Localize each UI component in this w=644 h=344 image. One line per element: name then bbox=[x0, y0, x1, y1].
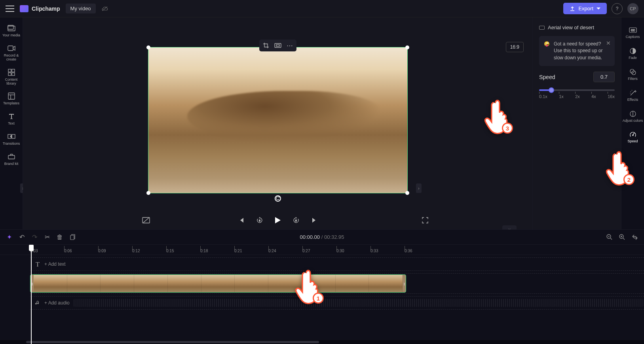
text-icon bbox=[35, 261, 40, 267]
svg-rect-13 bbox=[8, 155, 15, 159]
speed-slider[interactable] bbox=[539, 89, 615, 91]
templates-icon bbox=[7, 92, 16, 100]
svg-text:5: 5 bbox=[259, 219, 260, 222]
duplicate-button[interactable] bbox=[69, 234, 76, 241]
svg-line-29 bbox=[610, 238, 612, 240]
rail-item-effects[interactable]: Effects bbox=[621, 85, 644, 106]
rail-item-label: Effects bbox=[627, 98, 638, 102]
undo-button[interactable]: ↶ bbox=[18, 234, 25, 241]
timeline-scrollbar[interactable] bbox=[0, 340, 644, 344]
app-name: Clipchamp bbox=[32, 6, 60, 12]
video-track[interactable]: || || bbox=[30, 273, 644, 294]
rail-item-filters[interactable]: Filters bbox=[621, 64, 644, 85]
rail-item-fade[interactable]: Fade bbox=[621, 43, 644, 64]
sidebar-item-label: Content library bbox=[1, 78, 22, 86]
svg-rect-4 bbox=[8, 69, 11, 72]
rail-item-adjust-colors[interactable]: Adjust colors bbox=[621, 106, 644, 127]
ruler-mark: 0:09 bbox=[98, 245, 132, 255]
audio-track-add[interactable]: + Add audio bbox=[30, 296, 644, 310]
ai-button[interactable]: ✦ bbox=[6, 234, 13, 241]
skip-forward-button[interactable] bbox=[310, 216, 319, 225]
resize-handle-br[interactable] bbox=[405, 191, 409, 195]
sidebar-item-brand-kit[interactable]: Brand kit bbox=[0, 149, 23, 169]
redo-button[interactable]: ↷ bbox=[31, 234, 38, 241]
text-track-add[interactable]: + Add text bbox=[30, 257, 644, 271]
fullscreen-button[interactable] bbox=[421, 216, 429, 225]
speed-icon bbox=[629, 130, 637, 138]
current-time: 00:00.00 bbox=[300, 234, 320, 240]
speed-value-input[interactable] bbox=[593, 72, 615, 82]
close-tip-button[interactable]: ✕ bbox=[606, 39, 611, 47]
video-clip[interactable]: || || bbox=[30, 274, 406, 293]
video-title-input[interactable]: My video bbox=[66, 4, 96, 13]
resize-handle-tl[interactable] bbox=[146, 45, 150, 49]
sidebar-item-transitions[interactable]: Transitions bbox=[0, 129, 23, 149]
sidebar-item-label: Record & create bbox=[1, 54, 22, 62]
clip-name-label: Aerial view of desert bbox=[548, 25, 594, 30]
zoom-out-button[interactable] bbox=[606, 234, 613, 241]
more-button[interactable]: ⋯ bbox=[284, 40, 296, 51]
zoom-in-button[interactable] bbox=[619, 234, 626, 241]
tick-label: 16x bbox=[608, 94, 615, 99]
rewind-button[interactable]: 5 bbox=[255, 216, 264, 225]
crop-button[interactable] bbox=[260, 40, 272, 51]
app-logo: Clipchamp bbox=[20, 5, 60, 12]
rail-item-label: Adjust colors bbox=[623, 119, 643, 123]
export-label: Export bbox=[578, 6, 593, 11]
split-button[interactable]: ✂ bbox=[44, 234, 51, 241]
sidebar-item-text[interactable]: Text bbox=[0, 109, 23, 129]
rotate-handle[interactable] bbox=[275, 195, 281, 202]
zoom-fit-button[interactable] bbox=[631, 234, 638, 241]
ruler-mark: 0:06 bbox=[64, 245, 98, 255]
playhead[interactable] bbox=[29, 245, 34, 251]
canvas-toolbar: ⋯ bbox=[259, 40, 296, 51]
tick-label: 4x bbox=[591, 94, 596, 99]
clip-trim-right[interactable]: || bbox=[403, 275, 406, 292]
svg-rect-8 bbox=[8, 93, 15, 99]
effects-icon bbox=[629, 89, 637, 97]
timeline-ruler[interactable]: 0 0:030:060:090:120:150:180:210:240:270:… bbox=[0, 245, 644, 255]
skip-back-button[interactable] bbox=[237, 216, 246, 225]
sidebar-item-your-media[interactable]: Your media bbox=[0, 21, 23, 41]
sidebar-item-content-library[interactable]: Content library bbox=[0, 65, 23, 89]
ruler-mark: 0:27 bbox=[302, 245, 336, 255]
svg-rect-6 bbox=[8, 73, 11, 76]
sidebar-item-record[interactable]: Record & create bbox=[0, 41, 23, 65]
slider-thumb[interactable] bbox=[549, 87, 554, 93]
filters-icon bbox=[629, 68, 637, 76]
rail-item-label: Fade bbox=[629, 56, 637, 60]
hide-preview-button[interactable] bbox=[142, 216, 150, 225]
user-avatar[interactable]: CP bbox=[627, 3, 638, 14]
svg-rect-27 bbox=[70, 235, 74, 240]
ruler-mark: 0:15 bbox=[166, 245, 200, 255]
rail-item-captions[interactable]: CC Captions bbox=[621, 22, 644, 43]
panel-collapse-toggle[interactable]: › bbox=[416, 183, 422, 193]
rail-item-label: Filters bbox=[628, 77, 638, 81]
clip-icon bbox=[539, 26, 545, 30]
export-button[interactable]: Export bbox=[563, 3, 607, 14]
scrollbar-thumb[interactable] bbox=[26, 341, 319, 343]
transitions-icon bbox=[7, 132, 16, 141]
resize-handle-bl[interactable] bbox=[146, 191, 150, 195]
svg-point-24 bbox=[632, 71, 636, 75]
svg-rect-14 bbox=[275, 43, 281, 47]
help-button[interactable]: ? bbox=[612, 3, 623, 14]
sidebar-item-label: Your media bbox=[2, 34, 20, 38]
resize-handle-tr[interactable] bbox=[405, 45, 409, 49]
play-button[interactable] bbox=[274, 216, 282, 225]
svg-text:CC: CC bbox=[631, 29, 635, 32]
svg-rect-15 bbox=[276, 45, 279, 46]
sidebar-item-label: Brand kit bbox=[4, 162, 19, 166]
fit-button[interactable] bbox=[272, 40, 284, 51]
sidebar-item-templates[interactable]: Templates bbox=[0, 89, 23, 109]
rail-item-speed[interactable]: Speed bbox=[621, 127, 644, 147]
timeline-timecode: 00:00.00 / 00:32.95 bbox=[300, 234, 344, 240]
menu-button[interactable] bbox=[6, 6, 14, 12]
collapse-timeline-toggle[interactable]: ⌵ bbox=[502, 225, 517, 229]
delete-button[interactable]: 🗑 bbox=[56, 234, 63, 241]
forward-button[interactable]: 5 bbox=[292, 216, 300, 225]
svg-line-32 bbox=[623, 238, 625, 240]
video-preview[interactable] bbox=[148, 47, 408, 193]
tip-emoji: 🤪 bbox=[544, 41, 550, 61]
svg-rect-3 bbox=[8, 46, 13, 51]
